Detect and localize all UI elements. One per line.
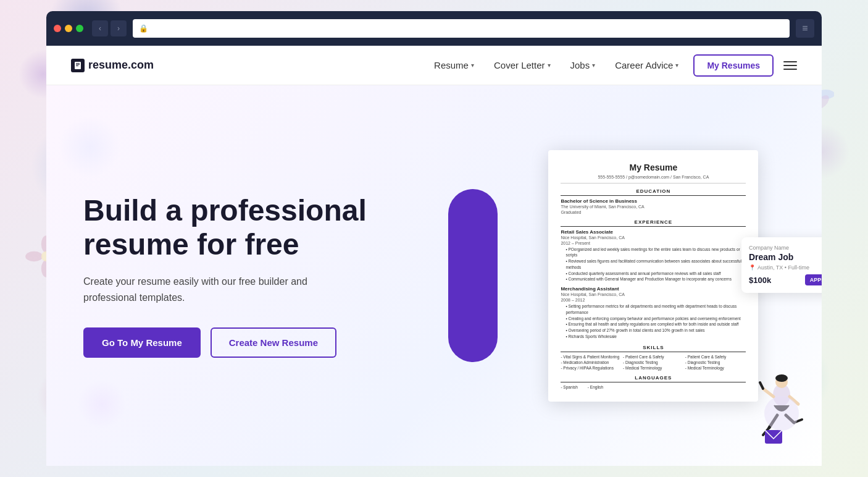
- hero-buttons: Go To My Resume Create New Resume: [83, 327, 436, 358]
- location-pin-icon: 📍: [749, 264, 756, 271]
- resume-preview-card: My Resume 555-555-5555 / p@somedomain.co…: [548, 150, 758, 402]
- resume-languages-list: - Spanish - English: [561, 385, 746, 389]
- create-new-resume-button[interactable]: Create New Resume: [211, 327, 336, 358]
- svg-rect-32: [76, 65, 78, 66]
- hero-left-panel: Build a professional resume for free Cre…: [46, 85, 473, 466]
- resume-job1-bullet-2: • Reviewed sales figures and facilitated…: [561, 258, 746, 271]
- site-container: resume.com Resume ▾ Cover Letter ▾ Jobs …: [46, 46, 822, 466]
- purple-decorative-shape: [448, 189, 498, 362]
- browser-window-controls: [54, 25, 83, 32]
- address-bar[interactable]: 🔒: [133, 19, 790, 38]
- svg-line-37: [760, 382, 763, 389]
- back-button[interactable]: ‹: [92, 20, 108, 36]
- resume-job1-bullet-4: • Communicated with General Manager and …: [561, 276, 746, 282]
- logo-icon: [71, 59, 85, 72]
- resume-job1-company: Nice Hospital, San Francisco, CA: [561, 235, 746, 240]
- resume-skill-9: - Medical Terminology: [685, 366, 746, 370]
- resume-experience-section: Experience: [561, 219, 746, 227]
- resume-skill-4: - Medication Administration: [561, 360, 622, 365]
- resume-preview-title: My Resume: [561, 163, 746, 172]
- job-card: Company Name Dream Job 📍 Austin, TX • Fu…: [741, 237, 822, 293]
- resume-skill-6: - Diagnostic Testing: [685, 360, 746, 365]
- nav-link-career-advice[interactable]: Career Advice ▾: [607, 56, 686, 74]
- resume-job2-bullet-2: • Creating and enforcing company behavio…: [561, 316, 746, 322]
- browser-navigation: ‹ ›: [92, 20, 127, 36]
- minimize-button-dot[interactable]: [65, 25, 72, 32]
- resume-preview-contact: 555-555-5555 / p@somedomain.com / San Fr…: [561, 175, 746, 184]
- menu-icon: ≡: [802, 23, 807, 34]
- resume-language-1: - Spanish: [561, 385, 577, 389]
- chevron-down-icon: ▾: [548, 62, 551, 69]
- resume-job2-bullet-3: • Ensuring that all health and safety re…: [561, 321, 746, 327]
- resume-job2-company: Nice Hospital, San Francisco, CA: [561, 292, 746, 297]
- logo[interactable]: resume.com: [71, 59, 154, 72]
- resume-edu-school: The University of Miami, San Francisco, …: [561, 205, 746, 209]
- site-navigation: resume.com Resume ▾ Cover Letter ▾ Jobs …: [46, 46, 822, 85]
- apply-button[interactable]: APPLY: [805, 274, 822, 285]
- resume-education-section: Education: [561, 188, 746, 196]
- job-location: 📍 Austin, TX • Full-time: [749, 264, 822, 271]
- go-to-my-resume-button[interactable]: Go To My Resume: [83, 327, 201, 358]
- job-salary-row: $100k APPLY: [749, 274, 822, 285]
- job-title: Dream Job: [749, 252, 822, 262]
- hamburger-line-2: [783, 65, 797, 66]
- forward-button[interactable]: ›: [111, 20, 127, 36]
- browser-menu-button[interactable]: ≡: [796, 19, 814, 38]
- job-salary: $100k: [749, 276, 771, 285]
- resume-skill-1: - Vital Signs & Patient Monitoring: [561, 355, 622, 359]
- svg-point-35: [775, 374, 788, 382]
- resume-edu-degree: Bachelor of Science in Business: [561, 198, 746, 204]
- character-illustration: [748, 373, 809, 460]
- nav-link-cover-letter[interactable]: Cover Letter ▾: [486, 56, 558, 74]
- nav-links: Resume ▾ Cover Letter ▾ Jobs ▾ Career Ad…: [427, 56, 686, 74]
- hero-title: Build a professional resume for free: [83, 193, 436, 261]
- resume-skill-3: - Patient Care & Safety: [685, 355, 746, 359]
- resume-languages-section: Languages: [561, 375, 746, 382]
- nav-link-resume[interactable]: Resume ▾: [427, 56, 482, 74]
- hamburger-menu-button[interactable]: [783, 61, 797, 70]
- job-company: Company Name: [749, 245, 822, 251]
- hamburger-line-1: [783, 61, 797, 62]
- svg-line-36: [763, 389, 774, 397]
- hero-section: Build a professional resume for free Cre…: [46, 85, 822, 466]
- resume-job2-title: Merchandising Assistant: [561, 286, 746, 292]
- svg-point-9: [25, 251, 43, 261]
- resume-job2-bullet-5: • Richards Sports Wholesale: [561, 334, 746, 340]
- resume-job2-bullet-4: • Overseeing period of 27% growth in tot…: [561, 327, 746, 334]
- resume-edu-date: Graduated: [561, 210, 746, 214]
- svg-rect-30: [76, 63, 80, 64]
- resume-skill-8: - Medical Terminology: [623, 366, 684, 370]
- svg-point-44: [764, 396, 799, 431]
- chevron-down-icon: ▾: [592, 62, 595, 69]
- close-button-dot[interactable]: [54, 25, 61, 32]
- resume-skills-section: Skills: [561, 345, 746, 352]
- lock-icon: 🔒: [139, 24, 148, 33]
- hero-right-panel: My Resume 555-555-5555 / p@somedomain.co…: [473, 85, 822, 466]
- logo-text: resume.com: [88, 59, 154, 72]
- resume-job1-bullet-3: • Conducted quarterly assessments and an…: [561, 271, 746, 277]
- chevron-down-icon: ▾: [471, 62, 474, 69]
- resume-job1-title: Retail Sales Associate: [561, 229, 746, 235]
- resume-skill-5: - Diagnostic Testing: [623, 360, 684, 365]
- chevron-down-icon: ▾: [675, 62, 678, 69]
- resume-language-2: - English: [588, 385, 603, 389]
- resume-job2-dates: 2008 – 2012: [561, 298, 746, 302]
- hero-subtitle: Create your resume easily with our free …: [83, 274, 343, 305]
- my-resumes-button[interactable]: My Resumes: [693, 54, 774, 77]
- hamburger-line-3: [783, 69, 797, 70]
- resume-job1-bullet-1: • POorganized and led weekly sales meeti…: [561, 247, 746, 259]
- nav-link-jobs[interactable]: Jobs ▾: [563, 56, 603, 74]
- svg-rect-31: [76, 64, 80, 65]
- browser-chrome: ‹ › 🔒 ≡: [46, 11, 822, 46]
- resume-skill-7: - Privacy / HIPAA Regulations: [561, 366, 622, 370]
- resume-skill-2: - Patient Care & Safety: [623, 355, 684, 359]
- resume-job1-dates: 2012 – Present: [561, 241, 746, 245]
- resume-job2-bullet-1: • Setting performance metrics for all de…: [561, 303, 746, 316]
- resume-skills-grid: - Vital Signs & Patient Monitoring - Pat…: [561, 355, 746, 370]
- maximize-button-dot[interactable]: [76, 25, 83, 32]
